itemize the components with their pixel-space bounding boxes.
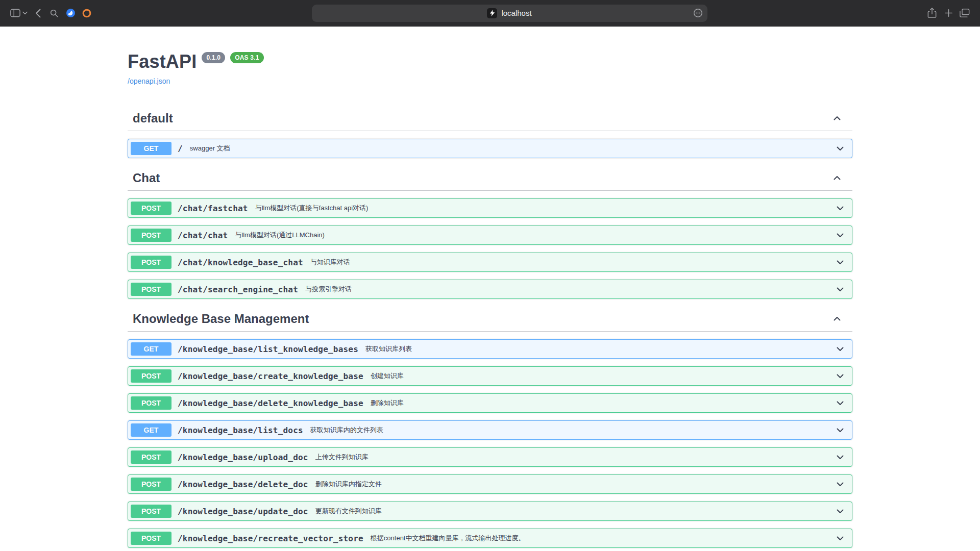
operation-row[interactable]: POST/chat/chat与llm模型对话(通过LLMChain) — [128, 226, 852, 245]
operation-path: /chat/fastchat — [172, 204, 253, 213]
share-icon[interactable] — [924, 5, 940, 21]
section-header[interactable]: Chat — [128, 166, 852, 191]
operation-row[interactable]: POST/knowledge_base/recreate_vector_stor… — [128, 529, 852, 548]
operation-path: /chat/search_engine_chat — [172, 285, 303, 294]
http-method-badge: POST — [131, 369, 172, 383]
http-method-badge: GET — [131, 342, 172, 356]
http-method-badge: POST — [131, 202, 172, 215]
expand-operation-icon[interactable] — [835, 452, 849, 462]
operation-summary: 更新现有文件到知识库 — [313, 507, 382, 516]
http-method-badge: GET — [131, 423, 172, 437]
toolbar-left-controls — [7, 5, 95, 21]
oas-badge: OAS 3.1 — [230, 52, 263, 63]
operation-summary: 根据content中文档重建向量库，流式输出处理进度。 — [369, 534, 525, 543]
collapse-section-icon[interactable] — [832, 173, 842, 183]
operation-summary: 删除知识库内指定文件 — [313, 480, 382, 489]
expand-operation-icon[interactable] — [835, 371, 849, 381]
http-method-badge: POST — [131, 396, 172, 410]
api-tag-section: defaultGET/swagger 文档 — [128, 106, 852, 158]
operation-path: /knowledge_base/update_doc — [172, 507, 313, 516]
operation-row[interactable]: POST/knowledge_base/delete_knowledge_bas… — [128, 393, 852, 413]
openapi-link[interactable]: /openapi.json — [128, 77, 170, 85]
operation-summary: 与知识库对话 — [308, 258, 350, 267]
http-method-badge: POST — [131, 478, 172, 491]
operation-row[interactable]: POST/knowledge_base/delete_doc删除知识库内指定文件 — [128, 474, 852, 494]
operation-path: /knowledge_base/delete_knowledge_base — [172, 398, 369, 408]
chevron-down-icon[interactable] — [20, 5, 30, 21]
http-method-badge: POST — [131, 283, 172, 296]
sections: defaultGET/swagger 文档ChatPOST/chat/fastc… — [128, 106, 852, 548]
search-icon[interactable] — [46, 5, 62, 21]
operation-path: /knowledge_base/recreate_vector_store — [172, 534, 369, 543]
operation-row[interactable]: POST/chat/fastchat与llm模型对话(直接与fastchat a… — [128, 198, 852, 218]
operation-row[interactable]: POST/knowledge_base/update_doc更新现有文件到知识库 — [128, 502, 852, 521]
http-method-badge: POST — [131, 505, 172, 518]
operation-summary: 上传文件到知识库 — [313, 453, 369, 462]
page-settings-icon[interactable] — [693, 5, 703, 22]
operation-summary: 获取知识库列表 — [363, 344, 412, 354]
extension-ring-icon[interactable] — [79, 5, 95, 21]
operation-summary: swagger 文档 — [188, 144, 230, 153]
operation-summary: 获取知识库内的文件列表 — [308, 425, 383, 435]
expand-operation-icon[interactable] — [835, 479, 849, 489]
new-tab-icon[interactable] — [940, 5, 957, 21]
urlbar-area: localhost — [95, 5, 924, 22]
operation-path: /knowledge_base/list_knowledge_bases — [172, 344, 363, 354]
http-method-badge: POST — [131, 229, 172, 242]
operation-path: /knowledge_base/create_knowledge_base — [172, 371, 369, 381]
toolbar-right-controls — [924, 5, 973, 21]
operation-summary: 删除知识库 — [369, 398, 404, 408]
operation-summary: 创建知识库 — [369, 371, 404, 381]
expand-operation-icon[interactable] — [835, 506, 849, 516]
operation-row[interactable]: POST/chat/search_engine_chat与搜索引擎对话 — [128, 280, 852, 299]
api-tag-section: Knowledge Base ManagementGET/knowledge_b… — [128, 307, 852, 548]
browser-toolbar: localhost — [0, 0, 980, 27]
http-method-badge: GET — [131, 142, 172, 155]
show-tabs-icon[interactable] — [957, 5, 973, 21]
expand-operation-icon[interactable] — [835, 533, 849, 543]
expand-operation-icon[interactable] — [835, 425, 849, 435]
swagger-ui: FastAPI 0.1.0 OAS 3.1 /openapi.json defa… — [117, 51, 863, 548]
version-badge: 0.1.0 — [202, 52, 225, 63]
expand-operation-icon[interactable] — [835, 284, 849, 294]
section-title: default — [133, 111, 173, 126]
operation-summary: 与搜索引擎对话 — [303, 285, 352, 294]
expand-operation-icon[interactable] — [835, 398, 849, 408]
section-header[interactable]: default — [128, 106, 852, 131]
url-text: localhost — [501, 9, 531, 17]
collapse-section-icon[interactable] — [832, 314, 842, 324]
api-info: FastAPI 0.1.0 OAS 3.1 /openapi.json — [128, 51, 852, 86]
operation-summary: 与llm模型对话(通过LLMChain) — [233, 231, 325, 240]
operation-path: /knowledge_base/delete_doc — [172, 480, 313, 489]
api-title: FastAPI 0.1.0 OAS 3.1 — [128, 51, 852, 72]
section-title: Knowledge Base Management — [133, 312, 309, 326]
collapse-section-icon[interactable] — [832, 113, 842, 123]
back-icon[interactable] — [30, 5, 46, 21]
section-header[interactable]: Knowledge Base Management — [128, 307, 852, 332]
operation-path: /knowledge_base/upload_doc — [172, 453, 313, 462]
http-method-badge: POST — [131, 532, 172, 545]
operation-row[interactable]: GET/swagger 文档 — [128, 139, 852, 158]
operation-path: / — [172, 144, 188, 154]
address-bar[interactable]: localhost — [312, 5, 707, 22]
api-title-text: FastAPI — [128, 51, 197, 72]
expand-operation-icon[interactable] — [835, 143, 849, 154]
expand-operation-icon[interactable] — [835, 203, 849, 213]
http-method-badge: POST — [131, 450, 172, 464]
operation-path: /chat/knowledge_base_chat — [172, 258, 308, 267]
extension-bird-icon[interactable] — [62, 5, 79, 21]
section-title: Chat — [133, 171, 160, 185]
expand-operation-icon[interactable] — [835, 257, 849, 267]
api-tag-section: ChatPOST/chat/fastchat与llm模型对话(直接与fastch… — [128, 166, 852, 299]
operation-path: /chat/chat — [172, 231, 233, 240]
http-method-badge: POST — [131, 256, 172, 269]
operation-row[interactable]: GET/knowledge_base/list_docs获取知识库内的文件列表 — [128, 420, 852, 440]
expand-operation-icon[interactable] — [835, 230, 849, 240]
operation-row[interactable]: POST/knowledge_base/upload_doc上传文件到知识库 — [128, 447, 852, 467]
operation-row[interactable]: POST/knowledge_base/create_knowledge_bas… — [128, 366, 852, 386]
operation-row[interactable]: POST/chat/knowledge_base_chat与知识库对话 — [128, 253, 852, 272]
operation-summary: 与llm模型对话(直接与fastchat api对话) — [253, 204, 369, 213]
site-favicon-icon — [487, 8, 497, 18]
operation-row[interactable]: GET/knowledge_base/list_knowledge_bases获… — [128, 339, 852, 359]
expand-operation-icon[interactable] — [835, 344, 849, 354]
